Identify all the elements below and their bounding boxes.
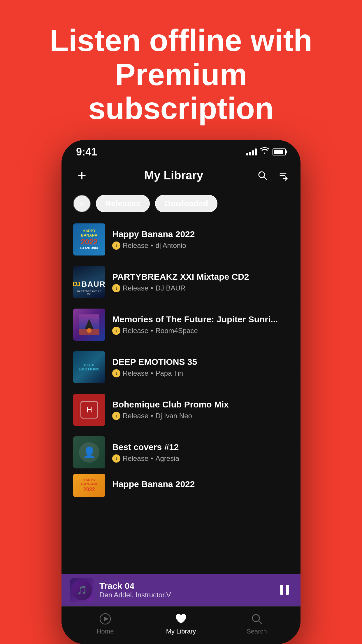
page-title: My Library: [144, 169, 203, 182]
mini-player-art: 🎵: [70, 578, 94, 602]
item-title: PARTYBREAKZ XXI Mixtape CD2: [112, 272, 289, 282]
svg-rect-10: [286, 585, 289, 595]
item-meta: Release • Room4Space: [112, 327, 289, 335]
item-title: Best covers #12: [112, 442, 289, 452]
list-item[interactable]: Memories of The Future: Jupiter Sunri...…: [61, 303, 301, 346]
signal-icon: [246, 148, 257, 155]
download-dot: [112, 454, 120, 463]
search-icon: [257, 170, 268, 181]
header-actions: [257, 170, 289, 181]
mini-player-pause-button[interactable]: [277, 582, 292, 598]
svg-line-14: [258, 620, 261, 624]
album-art: DEEP EMOTIONS: [73, 351, 105, 383]
item-info: PARTYBREAKZ XXI Mixtape CD2 Release • DJ…: [112, 272, 289, 292]
list-item[interactable]: HAPPYBANANA 2022 Happe Banana 2022: [61, 474, 301, 497]
item-info: DEEP EMOTIONS 35 Release • Papa Tin: [112, 357, 289, 377]
status-bar: 9:41: [61, 140, 301, 161]
pause-icon: [277, 582, 292, 597]
home-play-icon: [99, 612, 112, 625]
item-meta: Release • Agresia: [112, 454, 289, 463]
list-item[interactable]: DJ BAUR PARTYBREAKZ 2.0 XXI PARTYBREAKZ …: [61, 261, 301, 303]
mini-player-info: Track 04 Den Addel, Instructor.V: [99, 581, 271, 599]
svg-point-8: [87, 328, 92, 333]
bottom-nav: Home My Library Search: [61, 606, 301, 644]
phone-frame: 9:41 + My Library: [61, 140, 301, 644]
app-header: + My Library: [61, 161, 301, 190]
svg-marker-12: [104, 617, 109, 621]
item-type: Release: [123, 369, 148, 377]
item-type: Release: [123, 327, 148, 335]
item-type: Release: [123, 412, 148, 420]
filter-chip-downloaded[interactable]: Dowloaded: [155, 195, 217, 212]
battery-icon: [273, 148, 286, 155]
album-art: DJ BAUR PARTYBREAKZ 2.0 XXI: [73, 266, 105, 298]
filter-close-button[interactable]: ×: [73, 195, 91, 212]
item-type: Release: [123, 284, 148, 292]
item-title: Memories of The Future: Jupiter Sunri...: [112, 314, 289, 324]
item-info: Happy Banana 2022 Release • dj Antonio: [112, 229, 289, 250]
mini-player-artist: Den Addel, Instructor.V: [99, 591, 271, 599]
item-artist: dj Antonio: [155, 242, 186, 250]
status-time: 9:41: [76, 146, 97, 158]
svg-line-1: [264, 177, 267, 180]
download-dot: [112, 412, 120, 420]
item-artist: DJ BAUR: [155, 284, 185, 292]
download-dot: [112, 242, 120, 250]
hero-line1: Listen offline with: [23, 23, 339, 57]
item-title: Happy Banana 2022: [112, 229, 289, 239]
item-meta: Release • Dj Ivan Neo: [112, 412, 289, 420]
album-art: HAPPYBANANA 2022 DJ ANTONIO: [73, 223, 105, 256]
close-icon: ×: [79, 199, 85, 209]
item-meta: Release • DJ BAUR: [112, 284, 289, 292]
nav-label-home: Home: [97, 628, 114, 635]
search-button[interactable]: [257, 170, 268, 181]
heart-icon: [175, 612, 187, 625]
list-item[interactable]: H Bohemique Club Promo Mix Release • Dj …: [61, 388, 301, 431]
status-icons: [246, 147, 286, 156]
nav-item-search[interactable]: Search: [219, 612, 295, 635]
album-art: HAPPYBANANA 2022: [73, 474, 105, 497]
nav-item-home[interactable]: Home: [67, 612, 143, 635]
search-nav-icon: [250, 612, 263, 625]
item-type: Release: [123, 454, 148, 463]
library-list: HAPPYBANANA 2022 DJ ANTONIO Happy Banana…: [61, 218, 301, 574]
mini-player[interactable]: 🎵 Track 04 Den Addel, Instructor.V: [61, 574, 301, 606]
nav-item-my-library[interactable]: My Library: [143, 612, 219, 635]
item-meta: Release • Papa Tin: [112, 369, 289, 377]
album-art: [73, 309, 105, 341]
wifi-icon: [260, 147, 269, 156]
download-dot: [112, 327, 120, 335]
hero-section: Listen offline with Premium subscription: [0, 0, 362, 140]
item-meta: Release • dj Antonio: [112, 242, 289, 250]
sort-button[interactable]: [277, 170, 289, 181]
item-artist: Room4Space: [155, 327, 198, 335]
nav-label-my-library: My Library: [166, 628, 196, 635]
list-item[interactable]: HAPPYBANANA 2022 DJ ANTONIO Happy Banana…: [61, 218, 301, 261]
item-info: Happe Banana 2022: [112, 479, 289, 491]
hero-line2: Premium subscription: [23, 57, 339, 125]
download-dot: [112, 284, 120, 292]
download-dot: [112, 369, 120, 377]
item-type: Release: [123, 242, 148, 250]
mini-player-title: Track 04: [99, 581, 271, 591]
nav-label-search: Search: [247, 628, 267, 635]
item-info: Best covers #12 Release • Agresia: [112, 442, 289, 463]
list-item[interactable]: 👤 Best covers #12 Release • Agresia: [61, 431, 301, 474]
list-item[interactable]: DEEP EMOTIONS DEEP EMOTIONS 35 Release •…: [61, 346, 301, 388]
item-info: Memories of The Future: Jupiter Sunri...…: [112, 314, 289, 335]
item-artist: Agresia: [155, 454, 179, 463]
item-title: DEEP EMOTIONS 35: [112, 357, 289, 367]
item-info: Bohemique Club Promo Mix Release • Dj Iv…: [112, 400, 289, 420]
item-title: Bohemique Club Promo Mix: [112, 400, 289, 410]
album-art: H: [73, 394, 105, 426]
album-art: 👤: [73, 436, 105, 468]
sort-icon: [277, 170, 289, 181]
item-artist: Papa Tin: [155, 369, 183, 377]
filter-chip-releases[interactable]: Releases: [96, 195, 150, 212]
svg-rect-9: [280, 585, 283, 595]
add-button[interactable]: +: [73, 167, 91, 184]
filter-bar: × Releases Dowloaded: [61, 190, 301, 218]
item-title: Happe Banana 2022: [112, 479, 289, 489]
item-artist: Dj Ivan Neo: [155, 412, 192, 420]
